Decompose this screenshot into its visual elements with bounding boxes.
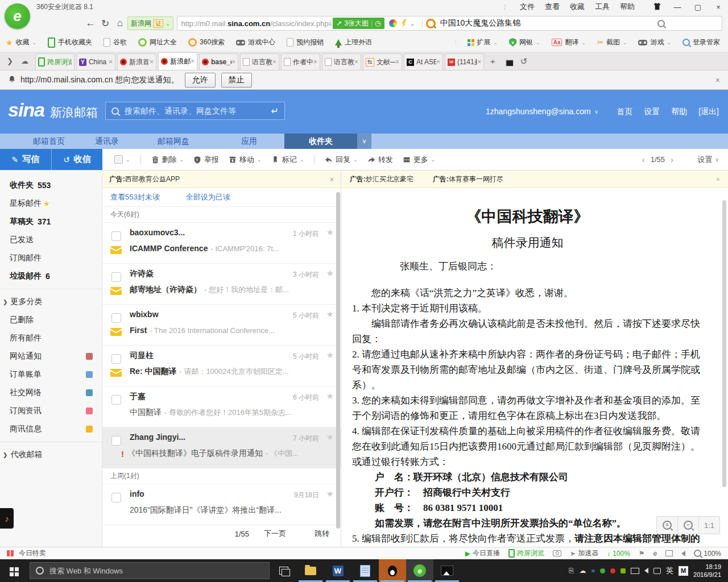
close-tab-icon[interactable]: × (477, 58, 481, 66)
close-tab-icon[interactable]: × (354, 58, 358, 66)
bookmark-game-center[interactable]: 游戏中心 (236, 38, 275, 47)
select-all-checkbox[interactable]: ⌄ (111, 155, 133, 164)
bookmark-usst-foreign[interactable]: 上理外语 (335, 38, 372, 47)
checkbox-icon[interactable] (111, 354, 121, 364)
page-zoom-control[interactable]: 100% (694, 550, 721, 558)
bookmark-360-search[interactable]: 360搜索 (188, 38, 225, 47)
close-tab-icon[interactable]: × (191, 57, 195, 65)
sidebar-item-drafts[interactable]: 草稿夹371 (0, 213, 102, 231)
sync-arrows-icon[interactable]: » (591, 567, 595, 575)
close-tab-icon[interactable]: × (313, 58, 317, 66)
bookmark-google[interactable]: 谷歌 (104, 38, 127, 47)
site-identity-badge[interactable]: 新浪网 证 ⌄ (127, 16, 173, 30)
tab-list-icon[interactable] (503, 57, 511, 65)
move-button[interactable]: 移动⌄ (226, 155, 264, 165)
sidebar-item-spam[interactable]: 垃圾邮件6 (0, 267, 102, 285)
expand-tabs-icon[interactable]: ❯ (7, 57, 13, 65)
cross-screen-button[interactable]: 跨屏浏览 (508, 548, 544, 558)
zoom-in-button[interactable]: + (657, 517, 678, 534)
skin-icon[interactable] (651, 2, 663, 12)
tab-at-asea[interactable]: CAt ASEA× (404, 53, 443, 70)
next-page-link[interactable]: 下一页 (264, 529, 286, 539)
star-icon[interactable]: ★ (326, 489, 334, 499)
star-icon[interactable]: ★ (326, 268, 334, 278)
mute-button[interactable] (681, 551, 685, 556)
tab-base-dc[interactable]: base_dc× (199, 53, 238, 70)
close-tab-icon[interactable]: × (109, 58, 113, 66)
star-icon[interactable]: ★ (326, 432, 334, 442)
link-logout[interactable]: [退出] (698, 107, 719, 117)
mail-list-item[interactable]: 于嘉 6 小时前 ★ 中国翻译- 尊敬的作者您好！2016年第5期杂志... (102, 386, 341, 427)
download-progress[interactable]: ↓100% (607, 550, 630, 558)
tab-literature[interactable]: 知文献—中× (363, 53, 402, 70)
sidebar-item-deleted[interactable]: 已删除 (0, 311, 102, 329)
mark-all-read-link[interactable]: 全部设为已读 (186, 192, 230, 202)
close-tab-icon[interactable]: × (436, 58, 440, 66)
tab-inbox-active[interactable]: 收件夹 (284, 134, 357, 149)
mail-search-box[interactable]: ↵ (105, 102, 285, 120)
star-icon[interactable]: ★ (326, 350, 334, 360)
cloud-sync-icon[interactable]: ☁ (21, 57, 28, 65)
speed-mode-icon[interactable] (402, 19, 407, 27)
link-home[interactable]: 首页 (617, 107, 632, 117)
mail-list-item[interactable]: 许诗焱 3 小时前 ★ 邮寄地址（许诗焱）- 您好！我的地址是：邮... (102, 264, 341, 305)
close-tab-icon[interactable]: × (395, 58, 399, 66)
link-settings[interactable]: 设置 (644, 107, 660, 117)
start-button[interactable] (0, 559, 28, 582)
checkbox-icon[interactable] (111, 272, 121, 282)
taskbar-app-notes[interactable] (351, 559, 379, 582)
network-icon[interactable] (631, 568, 639, 574)
extensions-button[interactable]: 扩展⌄ (468, 38, 498, 47)
menu-collapse-icon[interactable]: 〉 (503, 3, 510, 11)
pane-ad-banner[interactable]: 广告:炒汇买北京豪宅 广告:体育赛事一网打尽 × (342, 171, 728, 188)
ebank-button[interactable]: ¥网银⌄ (509, 38, 540, 47)
reload-icon[interactable]: ↻ (98, 16, 113, 31)
mail-list-item[interactable]: 司显柱 5 小时前 ★ Re: 中国翻译- 请邮：100024北京市朝阳区定..… (102, 346, 341, 386)
sidebar-item-more-categories[interactable]: ❯更多分类 (0, 293, 102, 311)
red-tray-icon[interactable] (610, 568, 615, 573)
tab-language-edu-2[interactable]: 语言教育× (322, 53, 361, 70)
bookmark-reimburse[interactable]: 预约报销 (287, 38, 324, 47)
close-tab-icon[interactable]: × (272, 58, 276, 66)
close-ad-icon[interactable]: × (329, 175, 334, 184)
close-tab-icon[interactable]: × (231, 58, 235, 66)
checkbox-icon[interactable] (111, 493, 121, 502)
tab-sina-home[interactable]: 新浪首页× (117, 53, 156, 70)
next-page-icon[interactable]: › (671, 155, 673, 164)
checkbox-icon[interactable] (111, 231, 121, 241)
taskbar-search-input[interactable] (48, 566, 263, 576)
usb-tray-icon[interactable]: ⎘ (569, 567, 574, 575)
chevron-down-icon[interactable]: ⌄ (410, 20, 415, 27)
accelerator-button[interactable]: ➤加速器 (570, 548, 598, 558)
photo-mode-icon[interactable] (389, 19, 397, 27)
bookmark-site-directory[interactable]: 网址大全 (138, 38, 177, 47)
star-icon[interactable]: ★ (326, 309, 334, 319)
new-tab-icon[interactable]: + (490, 56, 495, 66)
sidebar-item-business-info[interactable]: 商讯信息 (0, 420, 102, 438)
receive-button[interactable]: ↺收信 (52, 149, 103, 170)
menu-view[interactable]: 查看 (545, 2, 560, 12)
view-unread-link[interactable]: 查看553封未读 (110, 192, 160, 202)
mail-list-item[interactable]: baoxumovc3... 1 小时前 ★ ICAMMP Conference-… (102, 223, 341, 264)
bookmark-mobile-favorites[interactable]: 手机收藏夹 (48, 38, 92, 48)
tab-cross-screen[interactable]: 跨屏浏览 (35, 53, 75, 70)
browser-search-input[interactable] (439, 18, 654, 28)
tab-mail-1141[interactable]: ✉(1141封× (445, 53, 484, 70)
list-settings-button[interactable]: 设置∨ (697, 149, 719, 170)
allow-button[interactable]: 允许 (185, 73, 216, 88)
compose-button[interactable]: ✎写信 (0, 149, 52, 170)
taskbar-clock[interactable]: 18:19 2016/9/21 (693, 563, 723, 579)
back-icon[interactable]: ← (83, 16, 98, 31)
sidebar-item-subscriptions[interactable]: 订阅邮件 (0, 249, 102, 267)
report-button[interactable]: 举报 (191, 155, 222, 165)
maximize-icon[interactable]: ▢ (692, 3, 704, 11)
mark-button[interactable]: 标记⌄ (268, 155, 307, 165)
browser-360-logo-icon[interactable]: e (5, 3, 30, 29)
list-scrollbar[interactable] (336, 192, 340, 529)
mail-list-item[interactable]: wbixbw 5 小时前 ★ First- The 2016 Internati… (102, 305, 341, 346)
home-icon[interactable]: ⌂ (113, 16, 127, 31)
sidebar-item-orders-bills[interactable]: 订单账单 (0, 365, 102, 384)
sidebar-item-all-mail[interactable]: 所有邮件 (0, 329, 102, 347)
mail-search-input[interactable] (123, 106, 267, 116)
nav-apps[interactable]: 应用 (241, 134, 257, 149)
